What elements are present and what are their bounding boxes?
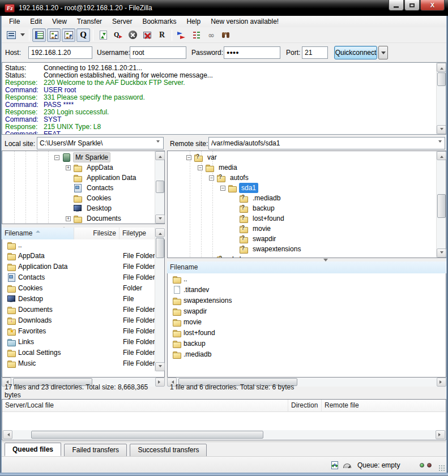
remote-tree-scrollbar[interactable] [436, 151, 446, 258]
scroll-down-button[interactable] [155, 362, 165, 371]
file-row--titandev[interactable]: .titandev [168, 284, 446, 295]
file-row--[interactable]: .. [2, 239, 164, 250]
file-row-contacts[interactable]: ContactsFile Folder [2, 272, 164, 282]
menu-item-new-version-available[interactable]: New version available! [206, 16, 284, 27]
tree-item-application-data[interactable]: Application Data [2, 173, 164, 183]
local-site-combobox[interactable] [37, 137, 164, 149]
file-row-desktop[interactable]: DesktopFile [2, 293, 164, 304]
column-header-filename[interactable]: Filename [167, 261, 446, 273]
file-row--[interactable]: .. [168, 273, 446, 284]
tab-queued-files[interactable]: Queued files [5, 443, 61, 456]
scroll-down-button[interactable] [155, 215, 165, 224]
chevron-down-icon[interactable] [156, 140, 160, 144]
file-row-links[interactable]: LinksFile Folder [2, 336, 164, 347]
search-button[interactable] [219, 28, 233, 42]
toggle-log-button[interactable] [32, 28, 46, 42]
scroll-up-button[interactable] [155, 151, 165, 160]
column-header-filetype[interactable]: Filetype [120, 228, 155, 239]
file-row-swapdir[interactable]: swapdir [168, 306, 446, 316]
menu-item-transfer[interactable]: Transfer [72, 16, 107, 27]
menu-item-file[interactable]: File [4, 16, 25, 27]
tree-item-appdata[interactable]: +AppData [2, 162, 164, 173]
tree-item-mr-sparkle[interactable]: −Mr Sparkle [2, 152, 164, 162]
speed-limits-icon[interactable] [343, 464, 351, 468]
collapse-expander[interactable]: − [220, 186, 225, 191]
log-scrollbar[interactable] [436, 63, 446, 134]
local-list-scrollbar[interactable] [155, 228, 164, 371]
filename-filters-button[interactable] [190, 28, 203, 42]
expand-expander[interactable]: + [66, 216, 71, 221]
tree-item-documents[interactable]: +Documents [2, 213, 164, 224]
tree-item-downloads[interactable]: +↓Downloads [2, 224, 164, 224]
tree-item-media[interactable]: −media [168, 162, 446, 173]
tab-successful-transfers[interactable]: Successful transfers [130, 444, 207, 457]
toggle-queue-button[interactable] [76, 28, 90, 42]
queue-horizontal-scrollbar[interactable] [3, 430, 445, 439]
file-row-application-data[interactable]: Application DataFile Folder [2, 261, 164, 272]
collapse-expander[interactable]: − [198, 165, 203, 170]
minimize-button[interactable] [389, 0, 404, 11]
toggle-remote-tree-button[interactable] [62, 28, 75, 42]
scrollbar-thumb[interactable] [156, 238, 164, 258]
scroll-up-button[interactable] [155, 228, 165, 237]
host-input[interactable] [28, 46, 92, 59]
menu-item-edit[interactable]: Edit [25, 16, 47, 27]
maximize-button[interactable] [404, 0, 420, 11]
close-button[interactable]: X [420, 0, 445, 11]
tree-item-backup[interactable]: ?backup [168, 203, 446, 213]
process-queue-button[interactable] [111, 28, 125, 42]
menu-item-help[interactable]: Help [181, 16, 206, 27]
file-row-cookies[interactable]: CookiesFolder [2, 282, 164, 293]
tree-item-contacts[interactable]: Contacts [2, 183, 164, 193]
scrollbar-thumb[interactable] [437, 72, 446, 86]
expand-expander[interactable]: + [66, 165, 71, 170]
tree-item-var[interactable]: −?var [168, 152, 446, 162]
site-manager-dropdown-button[interactable] [19, 28, 27, 42]
port-input[interactable] [302, 46, 328, 59]
tree-item--mediadb[interactable]: ?.mediadb [168, 193, 446, 203]
tree-item-swapextensions[interactable]: ?swapextensions [168, 244, 446, 254]
file-row-local-settings[interactable]: Local SettingsFile Folder [2, 347, 164, 358]
tree-item-sda1[interactable]: −sda1 [168, 183, 446, 193]
file-row-movie[interactable]: movie [168, 316, 446, 327]
site-manager-button[interactable] [5, 28, 18, 42]
reconnect-button[interactable] [155, 28, 169, 42]
collapse-expander[interactable]: − [209, 175, 214, 181]
scroll-left-button[interactable] [3, 430, 12, 439]
tree-item-cookies[interactable]: Cookies [2, 193, 164, 203]
column-header-local-file[interactable]: Server/Local file [2, 400, 288, 411]
password-input[interactable] [224, 46, 280, 59]
disconnect-button[interactable] [140, 28, 154, 42]
scrollbar-thumb[interactable] [437, 194, 446, 218]
username-input[interactable] [130, 46, 186, 59]
quickconnect-dropdown-button[interactable] [378, 46, 388, 59]
tree-item-desktop[interactable]: Desktop [2, 203, 164, 213]
resize-grip[interactable] [438, 465, 446, 472]
menu-item-server[interactable]: Server [107, 16, 137, 27]
directory-comparison-button[interactable] [175, 28, 189, 42]
file-row-downloads[interactable]: ↓DownloadsFile Folder [2, 315, 164, 325]
local-tree-scrollbar[interactable] [155, 151, 164, 224]
remote-site-combobox[interactable] [208, 137, 445, 149]
tree-item-swapdir[interactable]: ?swapdir [168, 234, 446, 244]
menu-item-view[interactable]: View [47, 16, 72, 27]
synchronized-browsing-button[interactable] [204, 28, 218, 42]
file-row-swapextensions[interactable]: swapextensions [168, 295, 446, 306]
file-row-music[interactable]: MusicFile Folder [2, 358, 164, 368]
tree-item-movie[interactable]: ?movie [168, 224, 446, 234]
scroll-right-button[interactable] [436, 430, 445, 439]
column-header-remote-file[interactable]: Remote file [322, 400, 445, 411]
collapse-expander[interactable]: − [186, 155, 191, 160]
transfer-type-icon[interactable]: A [331, 461, 338, 469]
file-row--mediadb[interactable]: .mediadb [168, 349, 446, 359]
column-header-filesize[interactable]: Filesize [74, 228, 120, 239]
menu-item-bookmarks[interactable]: Bookmarks [137, 16, 181, 27]
tree-item-dvd[interactable]: ?dvd [168, 254, 446, 258]
tab-failed-transfers[interactable]: Failed transfers [64, 444, 127, 457]
file-row-documents[interactable]: DocumentsFile Folder [2, 304, 164, 315]
file-row-lost-found[interactable]: lost+found [168, 327, 446, 338]
file-row-favorites[interactable]: ★FavoritesFile Folder [2, 325, 164, 336]
toggle-local-tree-button[interactable] [47, 28, 61, 42]
refresh-button[interactable] [96, 28, 110, 42]
tree-item-autofs[interactable]: −?autofs [168, 173, 446, 183]
